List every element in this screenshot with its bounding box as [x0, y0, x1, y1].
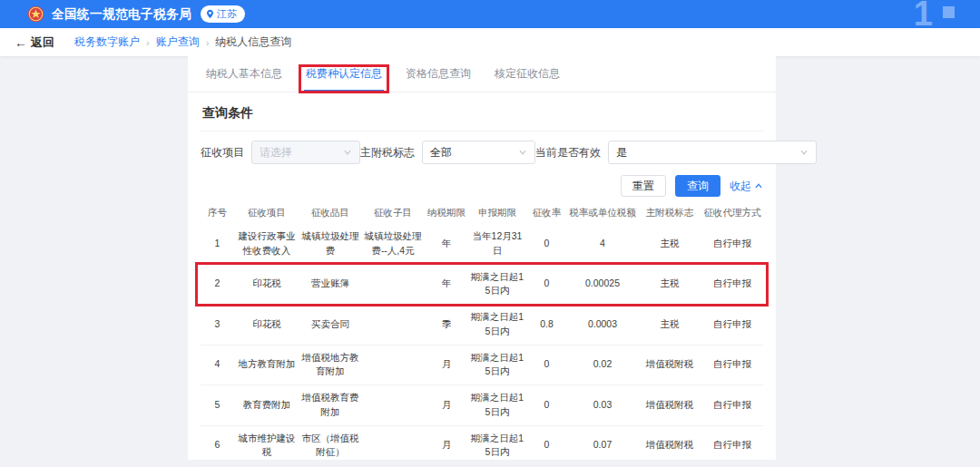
chevron-down-icon: [799, 148, 808, 157]
table-cell: 印花税: [234, 305, 299, 345]
table-cell: 城镇垃圾处理费--人,4元: [361, 224, 425, 264]
table-header-cell: 征收代理方式: [701, 202, 763, 224]
reset-button[interactable]: 重置: [621, 175, 666, 197]
table-cell: 增值税教育费附加: [299, 385, 361, 426]
table-cell: 0.0003: [567, 305, 638, 345]
table-cell: 主税: [638, 264, 701, 305]
breadcrumb: 税务数字账户 › 账户查询 › 纳税人信息查询: [74, 34, 291, 50]
table-cell: 4: [201, 345, 234, 385]
table-cell: 期满之日起15日内: [468, 425, 526, 466]
table-cell: [361, 305, 425, 345]
location-pin-icon: [206, 9, 214, 19]
back-label: 返回: [31, 34, 54, 51]
back-arrow-icon: ←: [15, 35, 27, 50]
table-cell: 建设行政事业性收费收入: [234, 224, 299, 264]
app-header: 全国统一规范电子税务局 江苏 1: [0, 0, 980, 28]
table-cell: 0: [526, 224, 567, 264]
national-emblem-icon: [27, 5, 44, 23]
query-conditions-title: 查询条件: [202, 105, 763, 122]
table-cell: 期满之日起15日内: [468, 305, 526, 345]
breadcrumb-separator-icon: ›: [146, 37, 150, 48]
table-header-cell: 序号: [201, 202, 234, 224]
card-body: 查询条件 征收项目 请选择 主附税标志 全部: [188, 105, 776, 466]
table-header-cell: 纳税期限: [425, 202, 468, 224]
chevron-down-icon: [518, 148, 527, 157]
tab-qualification-info-query[interactable]: 资格信息查询: [404, 56, 473, 92]
table-cell: 0.02: [567, 345, 638, 385]
table-cell: [361, 345, 425, 385]
table-cell: 0.00025: [567, 264, 638, 305]
main-supplementary-tax-flag-field: 主附税标志 全部: [360, 141, 535, 164]
table-body: 1建设行政事业性收费收入城镇垃圾处理费城镇垃圾处理费--人,4元年当年12月31…: [201, 224, 763, 466]
content-card: 纳税人基本信息 税费种认定信息 资格信息查询 核定征收信息 查询条件 征收项目 …: [188, 56, 776, 460]
watermark-square-shape: [943, 6, 955, 18]
table-row: 6城市维护建设税市区（增值税附征）月期满之日起15日内00.07增值税附税自行申…: [201, 425, 763, 466]
region-badge[interactable]: 江苏: [201, 5, 245, 23]
tab-assessed-collection-info[interactable]: 核定征收信息: [493, 56, 562, 92]
table-header-cell: 征收项目: [234, 202, 299, 224]
table-cell: 0.03: [567, 385, 638, 426]
table-cell: 期满之日起15日内: [468, 264, 526, 305]
table-cell: 主税: [638, 224, 701, 264]
table-cell: 月: [425, 385, 468, 426]
table-cell: 自行申报: [701, 385, 763, 426]
table-cell: 季: [425, 305, 468, 345]
table-cell: 年: [425, 264, 468, 305]
watermark-digit: 1: [914, 0, 933, 31]
back-button[interactable]: ← 返回: [15, 34, 54, 51]
collapse-label: 收起: [730, 179, 751, 194]
breadcrumb-tax-digital-account[interactable]: 税务数字账户: [74, 34, 140, 50]
table-cell: 印花税: [234, 264, 299, 305]
breadcrumb-current-page: 纳税人信息查询: [215, 34, 291, 50]
main-supplementary-tax-flag-label: 主附税标志: [360, 145, 415, 161]
table-cell: 自行申报: [701, 425, 763, 466]
table-cell: 自行申报: [701, 264, 763, 305]
collection-item-value: 请选择: [260, 145, 292, 161]
table-cell: 自行申报: [701, 224, 763, 264]
table-row: 1建设行政事业性收费收入城镇垃圾处理费城镇垃圾处理费--人,4元年当年12月31…: [201, 224, 763, 264]
table-cell: [361, 425, 425, 466]
table-cell: 买卖合同: [299, 305, 361, 345]
tax-determination-table: 序号 征收项目 征收品目 征收子目 纳税期限 申报期限 征收率 税率或单位税额 …: [201, 202, 763, 466]
table-cell: 0.07: [567, 425, 638, 466]
collection-item-select[interactable]: 请选择: [251, 141, 360, 164]
app-title: 全国统一规范电子税务局: [52, 6, 191, 23]
search-button[interactable]: 查询: [675, 175, 720, 197]
currently-valid-select[interactable]: 是: [608, 141, 817, 164]
table-cell: 营业账簿: [299, 264, 361, 305]
chevron-up-icon: [754, 181, 763, 190]
collapse-link[interactable]: 收起: [730, 179, 763, 194]
table-cell: 3: [201, 305, 234, 345]
tab-tax-fee-type-determination[interactable]: 税费种认定信息: [304, 56, 384, 92]
table-cell: 当年12月31日: [468, 224, 526, 264]
main-supplementary-tax-flag-value: 全部: [430, 145, 452, 161]
table-cell: [361, 264, 425, 305]
main-supplementary-tax-flag-select[interactable]: 全部: [422, 141, 535, 164]
table-header-cell: 征收品目: [299, 202, 361, 224]
table-cell: 1: [201, 224, 234, 264]
table-cell: 增值税附税: [638, 345, 701, 385]
table-header-row: 序号 征收项目 征收品目 征收子目 纳税期限 申报期限 征收率 税率或单位税额 …: [201, 202, 763, 224]
table-cell: 主税: [638, 305, 701, 345]
tab-taxpayer-basic-info[interactable]: 纳税人基本信息: [204, 56, 284, 92]
table-cell: 月: [425, 345, 468, 385]
table-cell: 自行申报: [701, 305, 763, 345]
table-cell: 地方教育附加: [234, 345, 299, 385]
currently-valid-field: 当前是否有效 是: [535, 141, 817, 164]
table-row: 4地方教育附加增值税地方教育附加月期满之日起15日内00.02增值税附税自行申报: [201, 345, 763, 385]
table-cell: 4: [567, 224, 638, 264]
table-header-cell: 征收率: [526, 202, 567, 224]
divider: [201, 131, 763, 131]
chevron-down-icon: [343, 148, 352, 157]
table-cell: 城市维护建设税: [234, 425, 299, 466]
table-cell: 0: [526, 425, 567, 466]
table-header-cell: 申报期限: [468, 202, 526, 224]
currently-valid-label: 当前是否有效: [535, 145, 601, 161]
breadcrumb-account-query[interactable]: 账户查询: [156, 34, 200, 50]
action-button-row: 重置 查询 收起: [201, 175, 763, 197]
query-form: 征收项目 请选择 主附税标志 全部 当前是否有效 是: [201, 141, 763, 164]
table-cell: 2: [201, 264, 234, 305]
table-row: 5教育费附加增值税教育费附加月期满之日起15日内00.03增值税附税自行申报: [201, 385, 763, 426]
table-cell: 城镇垃圾处理费: [299, 224, 361, 264]
collection-item-field: 征收项目 请选择: [201, 141, 360, 164]
